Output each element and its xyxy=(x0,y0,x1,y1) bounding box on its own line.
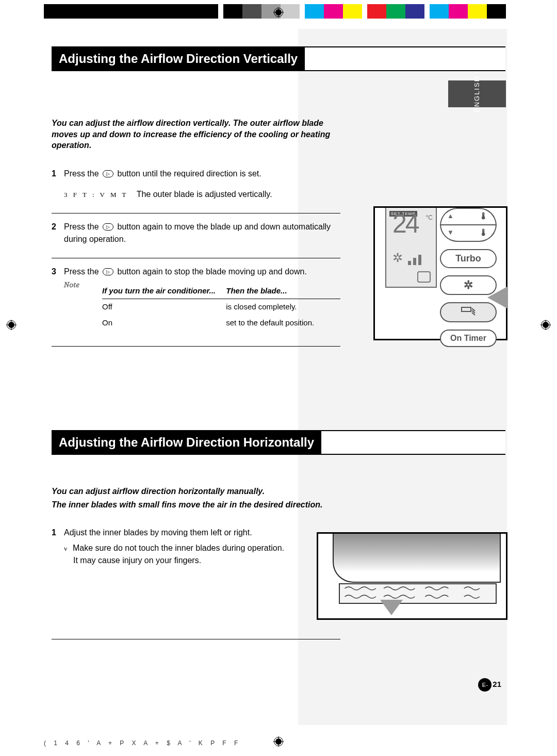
registration-mark-icon xyxy=(273,7,284,18)
registration-mark-icon xyxy=(6,320,17,330)
fan-speed-icon xyxy=(408,255,421,265)
section2-step-1: 1 Adjust the inner blades by moving them… xyxy=(52,519,340,639)
note-table: If you turn the air conditioner... Then … xyxy=(102,283,340,331)
heading-horizontal: Adjusting the Airflow Direction Horizont… xyxy=(52,430,505,455)
step-1: 1 Press the ▷ button until the required … xyxy=(52,160,340,213)
ontimer-button: On Timer xyxy=(440,330,497,347)
language-label: ENGLISH xyxy=(473,75,481,112)
note-h2: Then the blade... xyxy=(226,283,340,299)
registration-mark-icon xyxy=(273,736,284,747)
turbo-button: Turbo xyxy=(440,249,497,268)
section2-intro-1: You can adjust airflow direction horizon… xyxy=(52,486,340,497)
registration-mark-icon xyxy=(540,320,551,330)
note-label: Note xyxy=(64,279,93,331)
section2-intro-2: The inner blades with small fins move th… xyxy=(52,499,340,511)
step-3: 3 Press the ▷ button again to stop the b… xyxy=(52,258,340,347)
remote-screen: SET TEMP 24 °C ✲ xyxy=(385,208,437,288)
unit-body xyxy=(333,534,501,583)
step-2: 2 Press the ▷ button again to move the b… xyxy=(52,213,340,258)
page-number: E-21 xyxy=(478,678,501,692)
temp-up-button: 🌡 xyxy=(440,208,497,225)
heading-horizontal-text: Adjusting the Airflow Direction Horizont… xyxy=(52,431,321,454)
result-text: The outer blade is adjusted vertically. xyxy=(137,190,272,199)
note-h1: If you turn the air conditioner... xyxy=(102,283,226,299)
heading-vertical-text: Adjusting the Airflow Direction Vertical… xyxy=(52,47,305,70)
bullet-icon: v xyxy=(64,545,68,552)
footer-code: ( 1 4 6 ' A + P X A + $ A ' K P F F xyxy=(44,739,241,747)
dir-button-icon: ▷ xyxy=(103,223,113,231)
temp-down-button: 🌡 xyxy=(440,224,497,242)
result-label: 3 F T : V M T xyxy=(64,191,128,199)
dir-button-icon: ▷ xyxy=(103,170,113,177)
pointer-arrow-icon xyxy=(380,600,403,615)
dir-button-icon: ▷ xyxy=(103,268,113,275)
fan-icon: ✲ xyxy=(392,251,403,265)
language-tab: ENGLISH xyxy=(448,80,506,107)
unit-louvers xyxy=(339,583,497,604)
temp-value: 24 xyxy=(392,209,418,239)
figure-remote: SET TEMP 24 °C ✲ 🌡 🌡 Turbo ✲ On Timer xyxy=(373,206,507,340)
heading-vertical: Adjusting the Airflow Direction Vertical… xyxy=(52,46,505,71)
pointer-arrow-icon xyxy=(487,286,508,309)
section1-steps: 1 Press the ▷ button until the required … xyxy=(52,160,340,347)
section1-intro: You can adjust the airflow direction ver… xyxy=(52,118,340,151)
temp-unit: °C xyxy=(426,214,433,221)
figure-indoor-unit xyxy=(317,532,507,620)
swing-icon xyxy=(417,271,431,283)
